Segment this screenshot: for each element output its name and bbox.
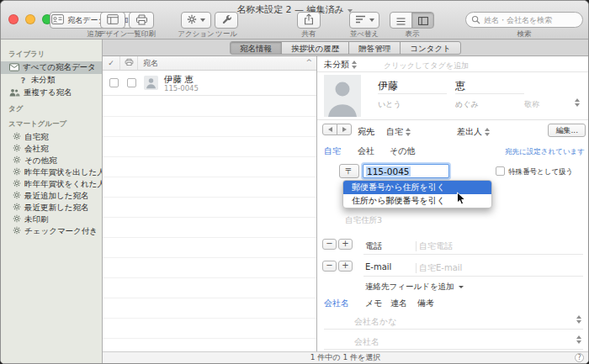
smart-groups-header: スマートグループ: [8, 119, 102, 129]
sender-popup[interactable]: 差出人: [457, 126, 490, 138]
share-icon: [304, 13, 314, 27]
menu-item-zip-to-address[interactable]: 郵便番号から住所を引く: [343, 181, 491, 194]
gear-icon: [187, 14, 197, 26]
sidebar-item-label: すべての宛名データ: [23, 62, 96, 73]
sidebar-item-company-addressed[interactable]: 会社宛: [1, 143, 102, 155]
name-column-header[interactable]: 宛名: [138, 56, 316, 70]
add-contact-button[interactable]: 宛名データを追加: [50, 12, 139, 29]
view-list-segment[interactable]: [390, 12, 412, 29]
gear-icon: [13, 167, 21, 177]
home-address3-field[interactable]: 自宅住所3: [345, 215, 382, 226]
search-input[interactable]: [484, 16, 576, 24]
sort-button[interactable]: [349, 12, 379, 29]
view-card-segment[interactable]: [411, 12, 434, 29]
row-print-checkbox[interactable]: [127, 78, 136, 87]
edit-button[interactable]: 編集...: [548, 124, 586, 137]
honorific-field[interactable]: 敬称: [524, 99, 539, 110]
sidebar-item-sent-newyear-card[interactable]: 昨年年賀状を出した人: [1, 166, 102, 178]
sidebar-item-label: 昨年年賀状を出した人: [24, 167, 103, 178]
sidebar: ライブラリ すべての宛名データ ? 未分類 重複する宛名 タグ スマートグループ…: [1, 40, 103, 363]
design-button[interactable]: [100, 12, 125, 29]
empty-list-rows: [103, 97, 316, 351]
tab-contacts[interactable]: コンタクト: [400, 41, 461, 55]
design-layout-icon: [107, 14, 119, 26]
section-tab-notes[interactable]: 備考: [417, 298, 434, 309]
section-tab-joint-names[interactable]: 連名: [390, 298, 407, 309]
home-phone-field[interactable]: 自宅電話: [419, 240, 453, 252]
next-record-button[interactable]: [337, 124, 352, 135]
remove-phone-button[interactable]: −: [322, 239, 337, 250]
sidebar-item-home-addressed[interactable]: 自宅宛: [1, 131, 102, 143]
home-email-field[interactable]: 自宅E-mail: [419, 262, 462, 274]
search-icon: [471, 12, 480, 28]
envelope-icon: [9, 63, 19, 73]
category-popup[interactable]: 未分類: [324, 59, 357, 71]
gear-icon: [13, 144, 21, 154]
add-phone-button[interactable]: +: [338, 239, 353, 250]
share-caption: 共有: [290, 29, 327, 40]
last-name-kana-field[interactable]: いとう: [378, 99, 401, 110]
list-print-button[interactable]: [129, 12, 154, 29]
addressee-label: 宛先: [358, 126, 374, 138]
tag-bar: 未分類 クリックしてタグを追加: [317, 56, 588, 72]
row-checkmark-checkbox[interactable]: [109, 78, 119, 87]
phone-label: 電話: [365, 240, 382, 252]
sidebar-item-label: チェックマーク付き: [24, 226, 98, 237]
people-icon: [9, 88, 20, 98]
share-button[interactable]: [297, 12, 321, 29]
address-tab-home[interactable]: 自宅: [324, 145, 341, 157]
tab-gift-management[interactable]: 贈答管理: [348, 41, 401, 55]
section-tab-memo[interactable]: メモ: [365, 298, 382, 309]
sidebar-item-received-newyear-card[interactable]: 昨年年賀状をくれた人: [1, 178, 102, 190]
sidebar-item-uncategorized[interactable]: ? 未分類: [1, 74, 102, 87]
tab-address-info[interactable]: 宛名情報: [230, 41, 282, 55]
sidebar-item-recently-updated[interactable]: 最近更新した宛名: [1, 202, 102, 214]
postal-code-input[interactable]: 115-0045: [363, 164, 449, 178]
action-button[interactable]: [181, 12, 211, 29]
search-field[interactable]: [465, 12, 583, 28]
last-name-field[interactable]: 伊藤: [378, 79, 398, 93]
first-name-kana-field[interactable]: めぐみ: [455, 99, 479, 110]
sidebar-item-unprinted[interactable]: 未印刷: [1, 214, 102, 225]
first-name-field[interactable]: 恵: [455, 79, 465, 93]
sidebar-item-checkmarked[interactable]: チェックマーク付き: [1, 225, 102, 237]
sidebar-item-other-addressed[interactable]: その他宛: [1, 155, 102, 166]
checkmark-column-header[interactable]: ✓: [103, 56, 120, 70]
company-name-stepper[interactable]: [576, 335, 581, 344]
tools-caption: ツール: [210, 29, 243, 40]
help-button[interactable]: ?: [575, 353, 584, 362]
contact-list-row[interactable]: 伊藤 恵 115-0045: [103, 71, 316, 96]
special-number-checkbox[interactable]: [496, 166, 505, 176]
add-email-button[interactable]: +: [338, 261, 353, 272]
sidebar-item-label: 自宅宛: [24, 132, 49, 143]
menu-item-address-to-zip[interactable]: 住所から郵便番号を引く: [343, 194, 491, 208]
question-icon: ?: [19, 76, 28, 85]
sidebar-item-recently-added[interactable]: 最近追加した宛名: [1, 190, 102, 202]
company-kana-field[interactable]: 会社名かな: [354, 316, 396, 328]
company-kana-stepper[interactable]: [576, 315, 581, 324]
postal-mark-button[interactable]: 〒: [339, 164, 359, 178]
tools-button[interactable]: [215, 12, 238, 29]
company-name-field[interactable]: 会社名: [354, 336, 379, 348]
gear-icon: [13, 191, 21, 201]
sidebar-item-label: その他宛: [24, 156, 56, 166]
section-tab-company[interactable]: 会社名: [324, 298, 349, 309]
sidebar-item-all-contacts[interactable]: すべての宛名データ: [1, 61, 102, 74]
tags-header: タグ: [8, 104, 102, 114]
addressee-popup[interactable]: 自宅: [386, 126, 411, 138]
sidebar-item-duplicates[interactable]: 重複する宛名: [1, 87, 102, 99]
tag-input-placeholder[interactable]: クリックしてタグを追加: [384, 61, 469, 71]
previous-record-button[interactable]: [322, 124, 337, 135]
tab-greeting-history[interactable]: 挨拶状の履歴: [281, 41, 349, 55]
row-avatar: [144, 76, 158, 90]
add-contact-field-button[interactable]: 連絡先フィールドを追加: [365, 282, 464, 293]
honorific-stepper[interactable]: [575, 98, 580, 107]
address-tab-other[interactable]: その他: [390, 145, 415, 157]
remove-email-button[interactable]: −: [322, 261, 337, 272]
address-tab-company[interactable]: 会社: [358, 145, 374, 157]
selection-status: 1 件中の 1 件を選択: [310, 353, 380, 361]
gear-icon: [13, 203, 21, 213]
print-column-header[interactable]: [120, 56, 138, 70]
stepper-icon: [352, 61, 357, 69]
contact-photo[interactable]: [324, 75, 361, 119]
